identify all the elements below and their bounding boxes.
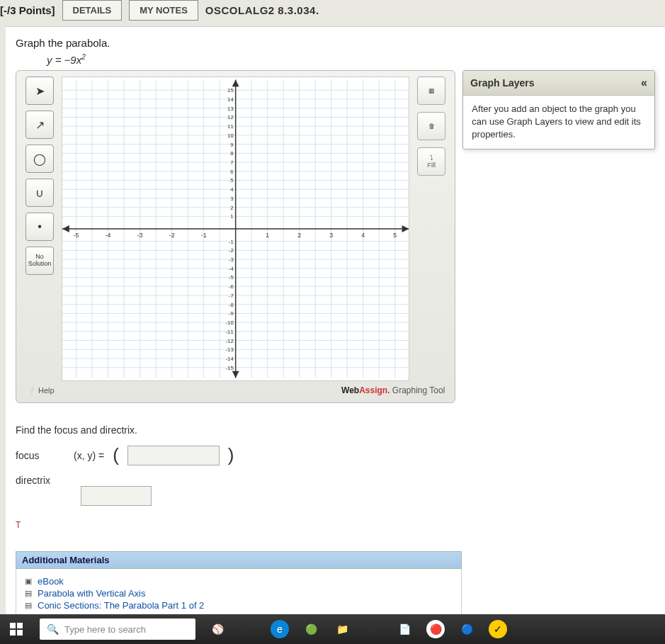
taskbar-app-8[interactable]: 🔴	[426, 620, 445, 638]
details-button[interactable]: DETAILS	[62, 0, 123, 21]
search-icon: 🔍	[47, 623, 59, 635]
delete-button[interactable]: 🗑	[417, 112, 445, 140]
svg-text:13: 13	[227, 106, 234, 112]
svg-text:-2: -2	[169, 232, 175, 239]
svg-text:4: 4	[361, 232, 365, 239]
taskbar-app-5[interactable]: 📁	[333, 620, 351, 638]
svg-text:7: 7	[230, 159, 233, 166]
equation: y = −9x2	[47, 53, 655, 66]
right-paren: )	[228, 444, 234, 466]
svg-rect-99	[17, 630, 23, 635]
doc-icon: ▤	[23, 601, 33, 611]
left-paren: (	[113, 444, 119, 466]
points-label: [-/3 Points]	[0, 4, 55, 16]
taskbar-app-7[interactable]: 📄	[395, 620, 414, 638]
ebook-link[interactable]: ▣eBook	[23, 576, 454, 587]
material-link-2[interactable]: ▤Conic Sections: The Parabola Part 1 of …	[23, 600, 454, 611]
svg-text:-4: -4	[229, 266, 234, 272]
clear-icon: ▦	[428, 87, 435, 94]
windows-taskbar: 🔍 Type here to search ⚾ 🖊 e 🟢 📁 🛍 📄 🔴 🔵 …	[0, 614, 665, 644]
pointer-tool[interactable]: ➤	[25, 77, 54, 105]
svg-text:-5: -5	[229, 274, 234, 281]
help-link[interactable]: ❔ Help	[26, 386, 55, 395]
point-icon: •	[38, 220, 42, 233]
taskbar-app-9[interactable]: 🔵	[457, 620, 476, 638]
line-tool[interactable]: ↗	[25, 111, 54, 139]
svg-text:9: 9	[230, 142, 233, 148]
graph-layers-panel: Graph Layers « After you add an object t…	[462, 70, 655, 149]
focus-label: focus	[16, 450, 65, 461]
taskbar-app-1[interactable]: ⚾	[208, 620, 227, 638]
material-link-1[interactable]: ▤Parabola with Vertical Axis	[23, 588, 454, 599]
svg-text:-10: -10	[225, 320, 234, 326]
additional-materials-header: Additional Materials	[16, 551, 462, 569]
focus-expression: (x, y) =	[74, 450, 104, 461]
svg-text:15: 15	[227, 87, 234, 94]
help-label: Help	[38, 386, 55, 395]
svg-text:-5: -5	[74, 232, 79, 239]
fill-label: Fill	[428, 162, 436, 169]
no-solution-tool[interactable]: No Solution	[25, 247, 54, 275]
svg-marker-52	[402, 225, 409, 232]
directrix-input[interactable]	[81, 486, 152, 506]
svg-text:-13: -13	[225, 346, 233, 353]
focus-input[interactable]	[127, 446, 220, 465]
parabola-tool[interactable]: ∪	[25, 179, 54, 207]
taskbar-app-6[interactable]: 🛍	[364, 620, 382, 638]
svg-text:5: 5	[393, 232, 397, 239]
windows-icon	[10, 623, 23, 635]
svg-text:2: 2	[230, 205, 233, 211]
circle-tool[interactable]: ◯	[25, 145, 54, 173]
svg-text:-11: -11	[225, 329, 233, 335]
svg-text:2: 2	[297, 232, 301, 239]
svg-text:-3: -3	[229, 256, 234, 263]
book-icon: ▣	[23, 577, 33, 587]
action-column: ▦ 🗑 ⤵ Fill	[414, 77, 449, 381]
svg-text:1: 1	[266, 232, 269, 239]
svg-text:-6: -6	[229, 283, 234, 290]
svg-text:8: 8	[230, 150, 233, 157]
svg-rect-97	[17, 623, 23, 628]
help-icon: ❔	[26, 386, 36, 395]
taskbar-search[interactable]: 🔍 Type here to search	[40, 618, 195, 640]
start-button[interactable]	[6, 618, 27, 640]
svg-text:-1: -1	[229, 239, 234, 245]
parabola-icon: ∪	[35, 186, 44, 200]
svg-text:-9: -9	[229, 310, 234, 317]
svg-text:10: 10	[227, 132, 234, 139]
tutorial-marker: T	[16, 520, 655, 530]
taskbar-app-10[interactable]: ✓	[489, 620, 507, 638]
svg-text:-2: -2	[229, 247, 234, 254]
svg-text:-12: -12	[225, 338, 233, 344]
taskbar-app-4[interactable]: 🟢	[302, 620, 320, 638]
directrix-label: directrix	[16, 475, 65, 486]
trash-icon: 🗑	[428, 123, 435, 130]
taskbar-app-3[interactable]: e	[271, 620, 289, 638]
grid-svg: -5-4-3-2-1 12345 151413121110987654321 -…	[62, 77, 409, 380]
assignment-code: OSCOLALG2 8.3.034.	[205, 4, 319, 16]
svg-text:12: 12	[227, 114, 234, 120]
svg-text:-14: -14	[225, 356, 234, 362]
clear-button[interactable]: ▦	[417, 77, 445, 105]
svg-text:-8: -8	[229, 302, 234, 308]
svg-text:3: 3	[230, 196, 233, 202]
webassign-brand: WebAssign. Graphing Tool	[341, 385, 445, 395]
collapse-layers-button[interactable]: «	[641, 77, 647, 89]
focus-directrix-prompt: Find the focus and directrix.	[16, 424, 655, 436]
svg-text:14: 14	[227, 96, 234, 103]
brand-tail: Graphing Tool	[390, 385, 445, 395]
taskbar-app-2[interactable]: 🖊	[239, 620, 258, 638]
graph-canvas[interactable]: -5-4-3-2-1 12345 151413121110987654321 -…	[62, 77, 409, 381]
pointer-icon: ➤	[35, 84, 45, 98]
fill-button[interactable]: ⤵ Fill	[417, 147, 445, 176]
svg-text:3: 3	[329, 232, 333, 239]
my-notes-button[interactable]: MY NOTES	[129, 0, 198, 21]
svg-marker-54	[232, 80, 239, 87]
equation-lhs: y	[47, 54, 52, 66]
doc-icon: ▤	[23, 589, 33, 599]
graph-layers-title: Graph Layers	[470, 77, 534, 89]
point-tool[interactable]: •	[25, 213, 54, 241]
equation-exponent: 2	[81, 53, 86, 61]
svg-text:-3: -3	[137, 232, 143, 239]
svg-text:1: 1	[230, 213, 233, 220]
